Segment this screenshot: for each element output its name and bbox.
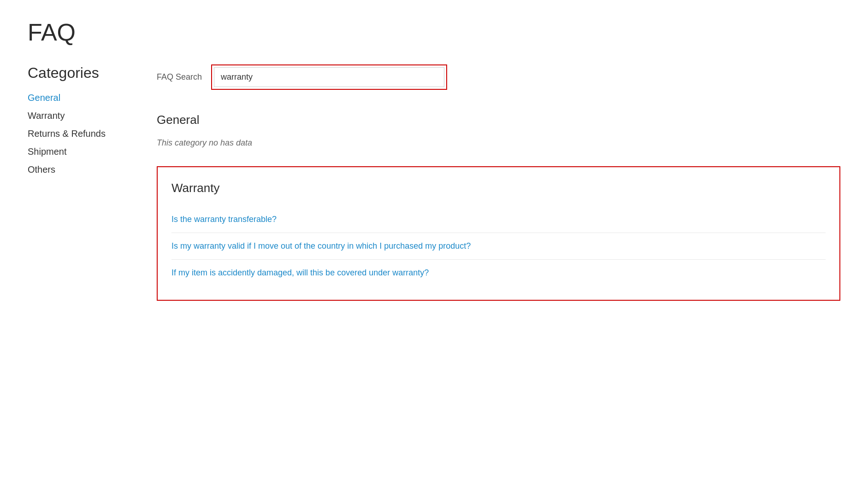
sidebar-item-returns[interactable]: Returns & Refunds bbox=[28, 128, 129, 139]
sidebar-link-returns[interactable]: Returns & Refunds bbox=[28, 128, 106, 139]
faq-item-2: If my item is accidently damaged, will t… bbox=[171, 260, 826, 286]
content-area: FAQ Search General This category no has … bbox=[157, 64, 840, 301]
sidebar-item-shipment[interactable]: Shipment bbox=[28, 146, 129, 157]
general-section: General This category no has data bbox=[157, 113, 840, 148]
page-container: FAQ Categories General Warranty Returns … bbox=[0, 0, 868, 319]
faq-link-0[interactable]: Is the warranty transferable? bbox=[171, 215, 277, 224]
search-row: FAQ Search bbox=[157, 64, 840, 90]
sidebar-nav: General Warranty Returns & Refunds Shipm… bbox=[28, 93, 129, 175]
faq-item-0: Is the warranty transferable? bbox=[171, 206, 826, 233]
page-title: FAQ bbox=[28, 18, 840, 46]
sidebar-item-general[interactable]: General bbox=[28, 93, 129, 103]
search-input[interactable] bbox=[214, 67, 444, 87]
sidebar-item-warranty[interactable]: Warranty bbox=[28, 111, 129, 121]
faq-link-2[interactable]: If my item is accidently damaged, will t… bbox=[171, 268, 429, 277]
sidebar-title: Categories bbox=[28, 64, 129, 82]
general-section-title: General bbox=[157, 113, 840, 127]
search-input-wrapper bbox=[211, 64, 447, 90]
search-label: FAQ Search bbox=[157, 72, 202, 82]
sidebar-link-shipment[interactable]: Shipment bbox=[28, 146, 67, 157]
warranty-section-title: Warranty bbox=[171, 181, 826, 195]
sidebar-link-warranty[interactable]: Warranty bbox=[28, 111, 65, 121]
sidebar: Categories General Warranty Returns & Re… bbox=[28, 64, 129, 301]
faq-item-1: Is my warranty valid if I move out of th… bbox=[171, 233, 826, 260]
faq-link-1[interactable]: Is my warranty valid if I move out of th… bbox=[171, 241, 471, 251]
warranty-section: Warranty Is the warranty transferable? I… bbox=[157, 166, 840, 301]
main-layout: Categories General Warranty Returns & Re… bbox=[28, 64, 840, 301]
sidebar-link-others[interactable]: Others bbox=[28, 164, 55, 175]
sidebar-item-others[interactable]: Others bbox=[28, 164, 129, 175]
sidebar-link-general[interactable]: General bbox=[28, 93, 60, 103]
general-no-data: This category no has data bbox=[157, 138, 840, 148]
